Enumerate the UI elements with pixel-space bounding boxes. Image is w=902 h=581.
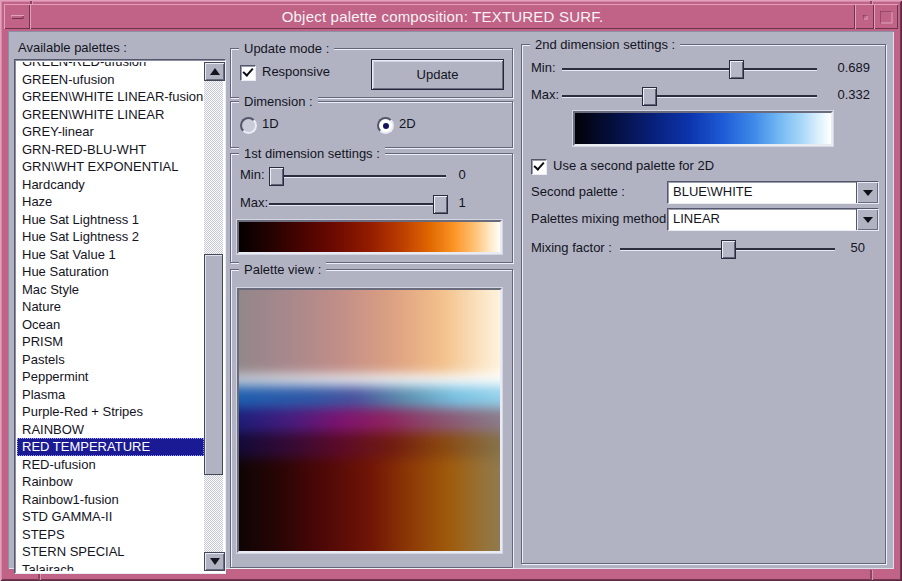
list-item[interactable]: Pastels — [17, 351, 204, 369]
list-item[interactable]: Hue Sat Lightness 2 — [17, 228, 204, 246]
second-dim-gradient-preview — [573, 111, 833, 146]
second-dim-max-row: Max: 0.332 — [522, 86, 881, 106]
list-item[interactable]: STEPS — [17, 526, 204, 544]
second-palette-label: Second palette : — [531, 184, 625, 199]
dropdown-button[interactable] — [856, 182, 878, 203]
scrollbar-thumb[interactable] — [204, 254, 223, 475]
second-dim-max-slider[interactable] — [562, 95, 817, 97]
first-dim-min-value: 0 — [447, 167, 477, 182]
maximize-icon — [880, 10, 893, 23]
dropdown-arrow-icon — [863, 190, 873, 201]
list-item[interactable]: PRISM — [17, 333, 204, 351]
list-item[interactable]: Rainbow1-fusion — [17, 491, 204, 509]
palette-list-area[interactable]: GREEN-RED-ufusionGREEN-ufusionGREEN\WHIT… — [17, 62, 204, 571]
slider-thumb[interactable] — [642, 87, 657, 106]
list-item[interactable]: GREEN\WHITE LINEAR — [17, 106, 204, 124]
responsive-label: Responsive — [262, 64, 330, 79]
mixing-factor-value: 50 — [825, 240, 865, 255]
list-item[interactable]: RED-ufusion — [17, 456, 204, 474]
radio-1d-label[interactable]: 1D — [262, 116, 279, 131]
first-dim-gradient-preview — [237, 220, 502, 254]
list-item[interactable]: Haze — [17, 193, 204, 211]
use-second-palette-checkbox[interactable] — [531, 159, 547, 175]
first-dim-max-row: Max: 1 — [231, 194, 508, 214]
radio-dot-icon — [383, 123, 389, 129]
second-dim-min-slider[interactable] — [562, 68, 817, 70]
list-item[interactable]: Talairach — [17, 561, 204, 572]
checkmark-icon — [533, 159, 544, 170]
slider-thumb[interactable] — [729, 60, 744, 79]
responsive-checkbox[interactable] — [240, 65, 256, 81]
minimize-button[interactable] — [855, 4, 874, 29]
list-item[interactable]: Hue Sat Value 1 — [17, 246, 204, 264]
list-item[interactable]: STERN SPECIAL — [17, 543, 204, 561]
second-dim-max-value: 0.332 — [822, 87, 870, 102]
mixing-method-value: LINEAR — [673, 211, 720, 226]
list-item[interactable]: STD GAMMA-II — [17, 508, 204, 526]
frame-notch — [870, 570, 872, 580]
slider-thumb[interactable] — [269, 167, 284, 186]
list-item[interactable]: Mac Style — [17, 281, 204, 299]
scroll-down-button[interactable] — [204, 552, 225, 571]
titlebar[interactable]: Object palette composition: TEXTURED SUR… — [4, 4, 898, 29]
list-item[interactable]: Plasma — [17, 386, 204, 404]
first-dim-max-slider[interactable] — [269, 203, 446, 205]
first-dim-group: 1st dimension settings : Min: 0 Max: 1 — [230, 153, 513, 263]
scroll-down-icon — [210, 558, 220, 570]
mixing-method-dropdown[interactable]: LINEAR — [667, 208, 879, 231]
min-label: Min: — [531, 60, 556, 75]
scroll-up-button[interactable] — [204, 62, 225, 81]
available-palettes-label: Available palettes : — [18, 40, 127, 55]
list-item[interactable]: GREY-linear — [17, 123, 204, 141]
second-dim-label: 2nd dimension settings : — [530, 37, 680, 52]
mixing-factor-row: Mixing factor : 50 — [522, 239, 881, 259]
second-palette-dropdown[interactable]: BLUE\WHITE — [667, 181, 879, 204]
update-mode-label: Update mode : — [239, 41, 334, 56]
dimension-label: Dimension : — [239, 94, 318, 109]
palette-2d-gradient — [237, 288, 502, 553]
mixing-method-label: Palettes mixing method : — [531, 211, 673, 226]
radio-2d[interactable] — [377, 117, 394, 134]
list-item[interactable]: Purple-Red + Stripes — [17, 403, 204, 421]
radio-1d[interactable] — [240, 117, 257, 134]
list-item[interactable]: GREEN-ufusion — [17, 71, 204, 89]
palette-list-scrollbar[interactable] — [204, 62, 223, 571]
list-item[interactable]: GREEN\WHITE LINEAR-fusion — [17, 88, 204, 106]
second-dim-min-row: Min: 0.689 — [522, 59, 881, 79]
first-dim-min-slider[interactable] — [269, 175, 446, 177]
maximize-button[interactable] — [874, 4, 898, 29]
use-second-palette-label: Use a second palette for 2D — [553, 158, 714, 173]
radio-2d-label[interactable]: 2D — [399, 116, 416, 131]
list-item[interactable]: RED TEMPERATURE — [17, 438, 204, 456]
dialog-content: Available palettes : GREEN-RED-ufusionGR… — [8, 31, 894, 569]
list-item[interactable]: Rainbow — [17, 473, 204, 491]
min-label: Min: — [240, 167, 265, 182]
list-item[interactable]: Hue Saturation — [17, 263, 204, 281]
list-item[interactable]: Hardcandy — [17, 176, 204, 194]
list-item[interactable]: GRN\WHT EXPONENTIAL — [17, 158, 204, 176]
max-label: Max: — [531, 87, 559, 102]
list-item[interactable]: RAINBOW — [17, 421, 204, 439]
list-item[interactable]: GRN-RED-BLU-WHT — [17, 141, 204, 159]
update-button-label: Update — [417, 67, 459, 82]
palette-listbox: GREEN-RED-ufusionGREEN-ufusionGREEN\WHIT… — [14, 59, 226, 574]
list-item[interactable]: Hue Sat Lightness 1 — [17, 211, 204, 229]
list-item[interactable]: Ocean — [17, 316, 204, 334]
window-frame: Object palette composition: TEXTURED SUR… — [0, 0, 902, 581]
list-item[interactable]: GREEN-RED-ufusion — [17, 62, 204, 71]
list-item[interactable]: Nature — [17, 298, 204, 316]
second-palette-value: BLUE\WHITE — [673, 184, 752, 199]
dropdown-button[interactable] — [856, 209, 878, 230]
minimize-icon — [862, 14, 867, 19]
palette-view-label: Palette view : — [239, 262, 326, 277]
slider-thumb[interactable] — [433, 195, 448, 214]
first-dim-max-value: 1 — [447, 195, 477, 210]
list-item[interactable]: Peppermint — [17, 368, 204, 386]
palette-list: GREEN-RED-ufusionGREEN-ufusionGREEN\WHIT… — [17, 62, 204, 571]
window-menu-button[interactable] — [4, 4, 30, 29]
mixing-factor-slider[interactable] — [620, 248, 835, 250]
update-button[interactable]: Update — [371, 59, 504, 90]
slider-thumb[interactable] — [721, 240, 736, 259]
scroll-up-icon — [210, 63, 220, 75]
update-mode-group: Update mode : Responsive Update — [230, 48, 513, 98]
